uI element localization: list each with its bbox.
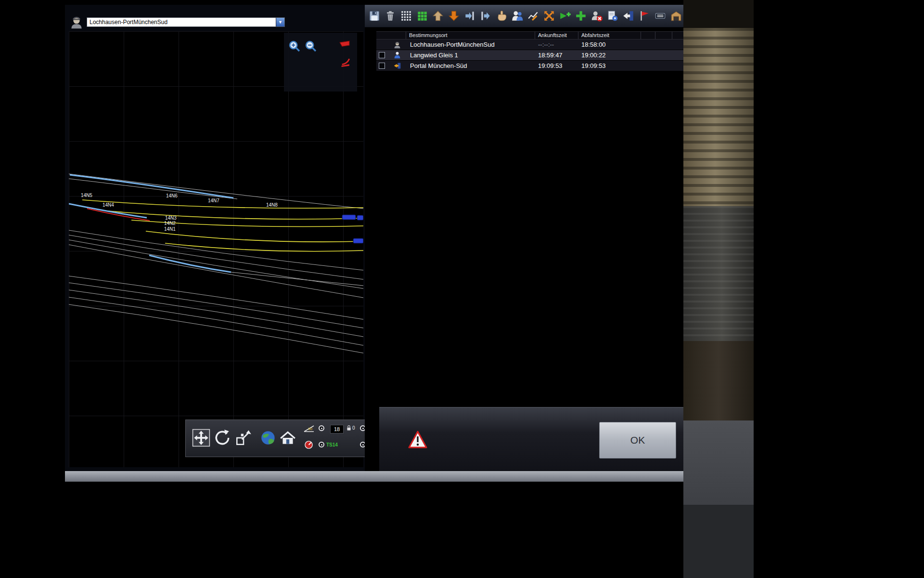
ts14-label: TS14 bbox=[326, 442, 338, 447]
insert-after-button[interactable] bbox=[479, 9, 492, 23]
marker-board-button[interactable] bbox=[654, 9, 667, 23]
lock-icon bbox=[346, 425, 351, 431]
service-settings-icon bbox=[606, 10, 619, 22]
row-destination: Langwied Gleis 1 bbox=[406, 52, 535, 59]
delete-button[interactable] bbox=[384, 9, 397, 23]
passengers-icon bbox=[511, 10, 524, 22]
junction-icon bbox=[543, 10, 555, 22]
save-button[interactable] bbox=[368, 9, 381, 23]
row-checkbox[interactable] bbox=[379, 63, 385, 69]
header-destination: Bestimmungsort bbox=[406, 32, 535, 39]
track-label: 14N3 bbox=[165, 216, 177, 221]
home-icon bbox=[279, 429, 297, 447]
pan-button[interactable] bbox=[192, 428, 211, 449]
world-street bbox=[683, 420, 754, 505]
header-departure: Abfahrtszeit bbox=[578, 32, 641, 39]
passenger-icon bbox=[388, 51, 406, 59]
remove-driver-button[interactable] bbox=[590, 9, 603, 23]
rotate-button[interactable] bbox=[213, 428, 232, 449]
portal-exit-button[interactable] bbox=[622, 9, 635, 23]
track-map-panel: Lochhausen-PortMünchenSud ▼ bbox=[65, 5, 373, 472]
grid-large-button[interactable] bbox=[415, 9, 429, 23]
service-dropdown-value: Lochhausen-PortMünchenSud bbox=[87, 19, 276, 26]
expand-button[interactable] bbox=[234, 428, 253, 449]
header-empty-1 bbox=[641, 32, 655, 39]
row-departure: 19:09:53 bbox=[578, 62, 641, 69]
grid-large-icon bbox=[416, 10, 428, 22]
pan-icon bbox=[192, 429, 210, 447]
track-label: 14N8 bbox=[266, 203, 278, 208]
grid-small-icon bbox=[400, 10, 412, 22]
zoom-in-icon[interactable] bbox=[288, 39, 301, 53]
performance-button[interactable] bbox=[526, 9, 540, 23]
svg-text:30: 30 bbox=[308, 427, 312, 431]
header-arrival: Ankunftszeit bbox=[535, 32, 578, 39]
row-arrival: 19:09:53 bbox=[535, 62, 578, 69]
gradient-toggle-radio[interactable] bbox=[319, 425, 324, 431]
portal-icon bbox=[388, 62, 406, 70]
performance-icon bbox=[527, 10, 539, 22]
track-label: 14N2 bbox=[164, 221, 176, 226]
chevron-down-icon[interactable]: ▼ bbox=[276, 18, 284, 26]
speed-toggle-radio[interactable] bbox=[319, 442, 324, 447]
top-toolbar bbox=[365, 5, 683, 27]
ok-button[interactable]: OK bbox=[599, 422, 676, 459]
move-up-button[interactable] bbox=[431, 9, 445, 23]
rotate-icon bbox=[213, 429, 231, 447]
save-icon bbox=[368, 10, 381, 22]
service-dropdown[interactable]: Lochhausen-PortMünchenSud ▼ bbox=[87, 17, 285, 27]
passengers-button[interactable] bbox=[511, 9, 524, 23]
delete-icon bbox=[384, 10, 397, 22]
train-marker bbox=[353, 238, 363, 243]
timetable-header: Bestimmungsort Ankunftszeit Abfahrtszeit bbox=[376, 31, 683, 39]
track-label: 14N5 bbox=[81, 193, 92, 198]
row-departure: 18:58:00 bbox=[578, 41, 641, 48]
signal-marker-icon[interactable] bbox=[338, 39, 353, 50]
flag-button[interactable] bbox=[638, 9, 651, 23]
world-ground bbox=[683, 505, 754, 578]
world-building-gray bbox=[683, 206, 754, 341]
pick-hand-button[interactable] bbox=[495, 9, 508, 23]
row-destination: Lochhausen-PortMünchenSud bbox=[406, 41, 535, 48]
grid-small-button[interactable] bbox=[399, 9, 413, 23]
home-view-button[interactable] bbox=[278, 428, 297, 449]
junction-button[interactable] bbox=[542, 9, 556, 23]
map-overlay bbox=[284, 33, 357, 92]
header-empty-3 bbox=[672, 32, 683, 39]
row-checkbox[interactable] bbox=[379, 52, 385, 58]
depot-button[interactable] bbox=[669, 9, 683, 23]
insert-before-button[interactable] bbox=[463, 9, 476, 23]
game-world-strip bbox=[683, 0, 754, 578]
move-up-icon bbox=[432, 10, 444, 22]
track-label: 14N7 bbox=[208, 198, 219, 203]
add-path-icon bbox=[559, 10, 571, 22]
header-empty-2 bbox=[655, 32, 672, 39]
grid-value-display: 18 bbox=[330, 425, 344, 434]
add-service-icon bbox=[575, 10, 587, 22]
header-lead-cell bbox=[376, 32, 406, 39]
table-row[interactable]: Lochhausen-PortMünchenSud --:--:-- 18:58… bbox=[376, 39, 683, 50]
row-arrival: --:--:-- bbox=[535, 41, 578, 48]
move-down-icon bbox=[448, 10, 460, 22]
table-row[interactable]: Portal München-Süd 19:09:53 19:09:53 bbox=[376, 61, 683, 71]
bottom-strip bbox=[65, 471, 683, 482]
track-label: 14N1 bbox=[164, 227, 176, 232]
add-service-button[interactable] bbox=[574, 9, 588, 23]
timetable-panel: Bestimmungsort Ankunftszeit Abfahrtszeit… bbox=[365, 5, 683, 472]
row-departure: 19:00:22 bbox=[578, 52, 641, 59]
row-destination: Portal München-Süd bbox=[406, 62, 535, 69]
insert-after-icon bbox=[479, 10, 492, 22]
move-down-button[interactable] bbox=[447, 9, 461, 23]
gradient-marker-icon[interactable] bbox=[340, 55, 353, 67]
marker-board-icon bbox=[654, 10, 667, 22]
world-sky bbox=[683, 0, 754, 28]
world-view-button[interactable] bbox=[259, 428, 278, 449]
driver-icon bbox=[388, 40, 406, 49]
table-row[interactable]: Langwied Gleis 1 18:59:47 19:00:22 bbox=[376, 50, 683, 60]
add-path-button[interactable] bbox=[558, 9, 572, 23]
train-marker bbox=[357, 215, 363, 220]
zoom-out-icon[interactable] bbox=[304, 39, 318, 53]
service-settings-button[interactable] bbox=[606, 9, 619, 23]
row-arrival: 18:59:47 bbox=[535, 52, 578, 59]
track-map[interactable]: 14N514N614N714N814N414N314N214N1 bbox=[69, 31, 363, 467]
